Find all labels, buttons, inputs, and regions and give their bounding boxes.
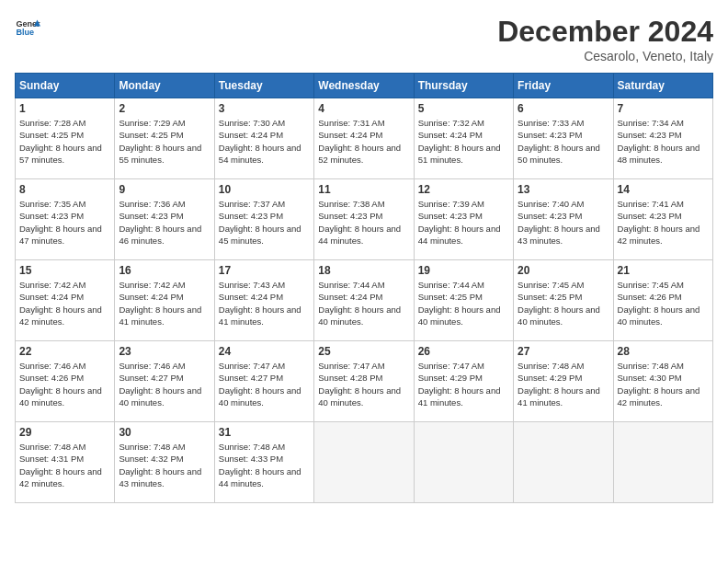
calendar-day-8: 8 Sunrise: 7:35 AMSunset: 4:23 PMDayligh… [16, 179, 115, 260]
calendar-day-26: 26 Sunrise: 7:47 AMSunset: 4:29 PMDaylig… [414, 341, 513, 422]
day-number: 10 [219, 183, 310, 196]
day-number: 15 [19, 264, 110, 277]
calendar-day-21: 21 Sunrise: 7:45 AMSunset: 4:26 PMDaylig… [613, 260, 712, 341]
day-number: 2 [119, 102, 210, 115]
col-header-sunday: Sunday [16, 74, 115, 98]
calendar-week-1: 1 Sunrise: 7:28 AMSunset: 4:25 PMDayligh… [16, 98, 713, 179]
general-blue-icon: General Blue [15, 15, 40, 40]
calendar-day-23: 23 Sunrise: 7:46 AMSunset: 4:27 PMDaylig… [115, 341, 214, 422]
day-number: 1 [19, 102, 110, 115]
col-header-saturday: Saturday [613, 74, 712, 98]
location: Cesarolo, Veneto, Italy [497, 49, 713, 63]
day-number: 3 [219, 102, 310, 115]
day-info: Sunrise: 7:31 AMSunset: 4:24 PMDaylight:… [318, 117, 409, 166]
day-info: Sunrise: 7:42 AMSunset: 4:24 PMDaylight:… [19, 279, 110, 327]
day-number: 17 [219, 264, 310, 277]
day-info: Sunrise: 7:29 AMSunset: 4:25 PMDaylight:… [119, 117, 210, 166]
day-number: 20 [518, 264, 609, 277]
calendar-day-31: 31 Sunrise: 7:48 AMSunset: 4:33 PMDaylig… [214, 422, 313, 503]
calendar-day-3: 3 Sunrise: 7:30 AMSunset: 4:24 PMDayligh… [214, 98, 313, 179]
day-number: 22 [19, 345, 110, 358]
calendar-day-9: 9 Sunrise: 7:36 AMSunset: 4:23 PMDayligh… [115, 179, 214, 260]
day-number: 31 [219, 426, 310, 439]
col-header-wednesday: Wednesday [314, 74, 414, 98]
calendar-day-6: 6 Sunrise: 7:33 AMSunset: 4:23 PMDayligh… [514, 98, 613, 179]
day-info: Sunrise: 7:40 AMSunset: 4:23 PMDaylight:… [518, 198, 609, 247]
day-info: Sunrise: 7:48 AMSunset: 4:31 PMDaylight:… [19, 441, 110, 489]
day-info: Sunrise: 7:43 AMSunset: 4:24 PMDaylight:… [219, 279, 310, 327]
calendar-day-18: 18 Sunrise: 7:44 AMSunset: 4:24 PMDaylig… [314, 260, 414, 341]
calendar-day-2: 2 Sunrise: 7:29 AMSunset: 4:25 PMDayligh… [115, 98, 214, 179]
day-number: 27 [518, 345, 609, 358]
calendar-day-14: 14 Sunrise: 7:41 AMSunset: 4:23 PMDaylig… [613, 179, 712, 260]
header: General Blue December 2024 Cesarolo, Ven… [15, 15, 713, 63]
day-number: 12 [418, 183, 509, 196]
day-number: 21 [618, 264, 709, 277]
day-info: Sunrise: 7:48 AMSunset: 4:30 PMDaylight:… [618, 360, 709, 408]
calendar-day-30: 30 Sunrise: 7:48 AMSunset: 4:32 PMDaylig… [115, 422, 214, 503]
col-header-monday: Monday [115, 74, 214, 98]
day-number: 9 [119, 183, 210, 196]
calendar-day-12: 12 Sunrise: 7:39 AMSunset: 4:23 PMDaylig… [414, 179, 513, 260]
calendar-day-16: 16 Sunrise: 7:42 AMSunset: 4:24 PMDaylig… [115, 260, 214, 341]
calendar-day-13: 13 Sunrise: 7:40 AMSunset: 4:23 PMDaylig… [514, 179, 613, 260]
calendar-day-empty [414, 422, 513, 503]
day-info: Sunrise: 7:42 AMSunset: 4:24 PMDaylight:… [119, 279, 210, 327]
day-info: Sunrise: 7:48 AMSunset: 4:33 PMDaylight:… [219, 441, 310, 489]
day-info: Sunrise: 7:33 AMSunset: 4:23 PMDaylight:… [518, 117, 609, 166]
day-info: Sunrise: 7:47 AMSunset: 4:27 PMDaylight:… [219, 360, 310, 408]
calendar-day-15: 15 Sunrise: 7:42 AMSunset: 4:24 PMDaylig… [16, 260, 115, 341]
day-number: 29 [19, 426, 110, 439]
day-number: 16 [119, 264, 210, 277]
day-info: Sunrise: 7:35 AMSunset: 4:23 PMDaylight:… [19, 198, 110, 247]
calendar-day-7: 7 Sunrise: 7:34 AMSunset: 4:23 PMDayligh… [613, 98, 712, 179]
calendar-day-28: 28 Sunrise: 7:48 AMSunset: 4:30 PMDaylig… [613, 341, 712, 422]
day-number: 23 [119, 345, 210, 358]
day-info: Sunrise: 7:41 AMSunset: 4:23 PMDaylight:… [618, 198, 709, 247]
calendar-day-empty [613, 422, 712, 503]
col-header-tuesday: Tuesday [214, 74, 313, 98]
day-info: Sunrise: 7:38 AMSunset: 4:23 PMDaylight:… [318, 198, 409, 247]
day-info: Sunrise: 7:30 AMSunset: 4:24 PMDaylight:… [219, 117, 310, 166]
day-info: Sunrise: 7:48 AMSunset: 4:29 PMDaylight:… [518, 360, 609, 408]
day-number: 6 [518, 102, 609, 115]
page: General Blue December 2024 Cesarolo, Ven… [0, 0, 728, 563]
day-number: 7 [618, 102, 709, 115]
day-number: 28 [618, 345, 709, 358]
calendar-day-empty [314, 422, 414, 503]
logo: General Blue [15, 15, 40, 40]
day-number: 14 [618, 183, 709, 196]
svg-text:Blue: Blue [16, 28, 34, 37]
day-info: Sunrise: 7:32 AMSunset: 4:24 PMDaylight:… [418, 117, 509, 166]
calendar-day-27: 27 Sunrise: 7:48 AMSunset: 4:29 PMDaylig… [514, 341, 613, 422]
calendar-week-5: 29 Sunrise: 7:48 AMSunset: 4:31 PMDaylig… [16, 422, 713, 503]
day-number: 5 [418, 102, 509, 115]
calendar-day-1: 1 Sunrise: 7:28 AMSunset: 4:25 PMDayligh… [16, 98, 115, 179]
day-info: Sunrise: 7:34 AMSunset: 4:23 PMDaylight:… [618, 117, 709, 166]
day-number: 8 [19, 183, 110, 196]
day-number: 4 [318, 102, 409, 115]
calendar-day-24: 24 Sunrise: 7:47 AMSunset: 4:27 PMDaylig… [214, 341, 313, 422]
day-info: Sunrise: 7:46 AMSunset: 4:27 PMDaylight:… [119, 360, 210, 408]
calendar-day-4: 4 Sunrise: 7:31 AMSunset: 4:24 PMDayligh… [314, 98, 414, 179]
day-info: Sunrise: 7:36 AMSunset: 4:23 PMDaylight:… [119, 198, 210, 247]
calendar-header-row: SundayMondayTuesdayWednesdayThursdayFrid… [16, 74, 713, 98]
day-info: Sunrise: 7:47 AMSunset: 4:28 PMDaylight:… [318, 360, 409, 408]
calendar-day-5: 5 Sunrise: 7:32 AMSunset: 4:24 PMDayligh… [414, 98, 513, 179]
day-number: 24 [219, 345, 310, 358]
day-number: 19 [418, 264, 509, 277]
day-info: Sunrise: 7:48 AMSunset: 4:32 PMDaylight:… [119, 441, 210, 489]
col-header-friday: Friday [514, 74, 613, 98]
calendar-day-empty [514, 422, 613, 503]
day-number: 26 [418, 345, 509, 358]
day-info: Sunrise: 7:47 AMSunset: 4:29 PMDaylight:… [418, 360, 509, 408]
day-info: Sunrise: 7:46 AMSunset: 4:26 PMDaylight:… [19, 360, 110, 408]
day-info: Sunrise: 7:45 AMSunset: 4:25 PMDaylight:… [518, 279, 609, 327]
day-number: 25 [318, 345, 409, 358]
calendar-day-10: 10 Sunrise: 7:37 AMSunset: 4:23 PMDaylig… [214, 179, 313, 260]
calendar-day-25: 25 Sunrise: 7:47 AMSunset: 4:28 PMDaylig… [314, 341, 414, 422]
calendar-week-3: 15 Sunrise: 7:42 AMSunset: 4:24 PMDaylig… [16, 260, 713, 341]
day-info: Sunrise: 7:28 AMSunset: 4:25 PMDaylight:… [19, 117, 110, 166]
day-info: Sunrise: 7:44 AMSunset: 4:24 PMDaylight:… [318, 279, 409, 327]
title-block: December 2024 Cesarolo, Veneto, Italy [497, 15, 713, 63]
